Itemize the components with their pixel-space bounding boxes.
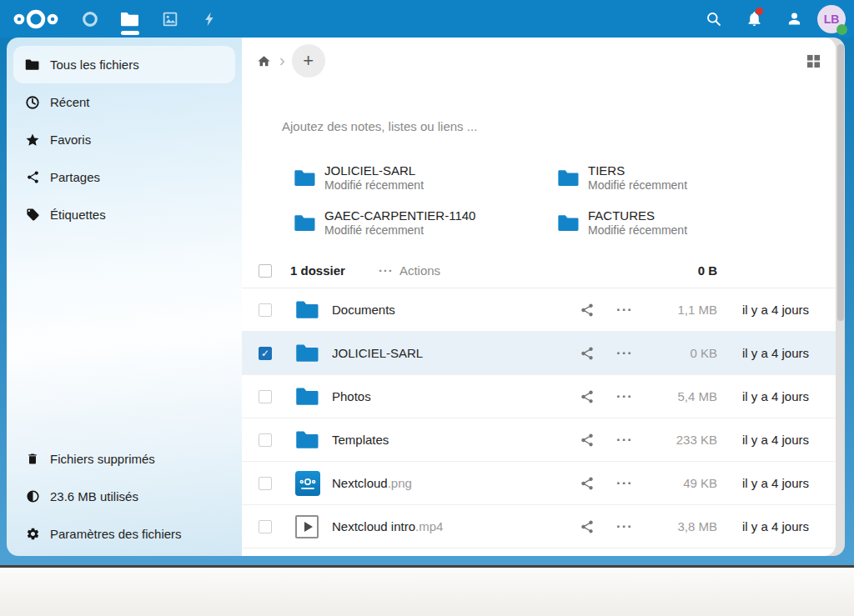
row-checkbox[interactable]: ✓ [259,347,272,360]
share-button[interactable] [569,433,605,448]
file-row[interactable]: ✓ JOLICIEL-SARL ··· 0 KB il y a 4 jours [242,332,836,375]
actions-label: Actions [399,263,440,278]
file-row[interactable]: Photos ··· 5,4 MB il y a 4 jours [242,375,836,418]
quota-icon [25,489,40,504]
chevron-right-icon: › [279,51,285,70]
sidebar-item-deleted-files[interactable]: Fichiers supprimés [13,440,235,478]
row-checkbox[interactable] [259,520,272,533]
photos-app-icon[interactable] [150,0,190,38]
recent-folder-name: GAEC-CARPENTIER-1140 [324,208,475,223]
file-row[interactable]: Nextcloud intro.mp4 ··· 3,8 MB il y a 4 … [242,505,836,548]
file-size: 0 KB [644,346,717,360]
file-list: Documents ··· 1,1 MB il y a 4 jours ✓ JO… [242,288,836,548]
recent-folder[interactable]: TIERS Modifié récemment [557,157,821,198]
file-row[interactable]: Documents ··· 1,1 MB il y a 4 jours [242,288,836,332]
more-actions-button[interactable]: ··· [605,518,644,535]
more-actions-button[interactable]: ··· [605,302,644,318]
file-list-header: 1 dossier ··· Actions 0 B [242,253,836,288]
sidebar-item-shares[interactable]: Partages [13,158,235,196]
app-menu [70,0,230,38]
notes-placeholder[interactable]: Ajoutez des notes, listes ou liens ... [242,119,836,133]
sidebar-item-quota[interactable]: 23.6 MB utilisés [13,478,235,515]
select-all-checkbox[interactable] [259,264,272,278]
folder-icon[interactable] [295,429,320,450]
folder-icon [25,58,40,73]
folder-icon[interactable] [295,343,320,363]
trash-icon [25,452,40,467]
file-name: Photos [332,389,371,403]
file-name: JOLICIEL-SARL [332,346,423,360]
home-icon[interactable] [257,54,271,68]
folder-icon[interactable] [295,386,320,407]
sidebar-item-label: Récent [50,95,90,109]
share-button[interactable] [569,346,605,361]
sidebar-footer: Fichiers supprimés 23.6 MB utilisés Para… [13,440,235,553]
screen: LB Tous les fichiers Récent Favoris Part… [0,0,854,616]
avatar[interactable]: LB [817,5,846,33]
status-online-dot [836,24,847,35]
file-modified: il y a 4 jours [717,346,836,360]
folder-icon [294,213,317,233]
file-name: Documents [332,303,395,317]
image-thumbnail[interactable] [295,471,320,496]
file-row[interactable]: Nextcloud.png ··· 49 KB il y a 4 jours [242,462,836,505]
folder-icon [557,213,580,233]
folder-count[interactable]: 1 dossier [290,263,345,278]
contacts-icon[interactable] [774,0,814,38]
recent-folder[interactable]: JOLICIEL-SARL Modifié récemment [294,157,557,198]
sidebar-item-label: Fichiers supprimés [50,452,155,466]
row-checkbox[interactable] [259,477,272,490]
sidebar-item-recent[interactable]: Récent [13,83,235,121]
nextcloud-logo-icon[interactable] [12,8,60,31]
new-file-button[interactable]: + [292,44,325,78]
row-checkbox[interactable] [259,390,272,403]
sidebar-item-files-settings[interactable]: Paramètres des fichiers [13,515,235,553]
sidebar-item-label: Favoris [50,133,91,147]
grid-view-toggle-icon[interactable] [806,54,821,68]
recent-folder-status: Modifié récemment [588,223,687,237]
file-modified: il y a 4 jours [717,433,836,447]
sidebar-item-tags[interactable]: Étiquettes [13,196,235,233]
recent-folder-status: Modifié récemment [324,223,475,237]
file-modified: il y a 4 jours [717,389,836,403]
recent-folder-status: Modifié récemment [588,178,687,192]
more-icon: ··· [379,263,394,278]
recent-folder-name: TIERS [588,163,687,178]
sidebar: Tous les fichiers Récent Favoris Partage… [7,38,242,556]
dashboard-app-icon[interactable] [70,0,110,38]
activity-app-icon[interactable] [190,0,230,38]
breadcrumb: › + [242,41,836,81]
scrollbar-thumb[interactable] [837,44,844,321]
topbar: LB [0,0,854,38]
share-button[interactable] [569,389,605,404]
video-play-icon[interactable] [295,515,320,538]
more-actions-button[interactable]: ··· [605,432,644,448]
actions-menu-button[interactable]: ··· Actions [379,263,440,278]
more-actions-button[interactable]: ··· [605,475,644,492]
recent-folders: JOLICIEL-SARL Modifié récemment TIERS Mo… [294,157,836,243]
notifications-bell-icon[interactable] [734,0,774,38]
file-name: Nextcloud intro [332,519,415,533]
row-checkbox[interactable] [259,303,272,317]
file-modified: il y a 4 jours [717,519,836,533]
sidebar-item-label: Tous les fichiers [50,58,139,72]
file-name: Templates [332,433,389,447]
file-row[interactable]: Templates ··· 233 KB il y a 4 jours [242,418,836,462]
more-actions-button[interactable]: ··· [605,345,644,362]
recent-folder[interactable]: FACTURES Modifié récemment [557,202,821,243]
share-button[interactable] [569,519,605,534]
share-button[interactable] [569,303,605,318]
recent-folder[interactable]: GAEC-CARPENTIER-1140 Modifié récemment [294,202,557,243]
files-app-icon[interactable] [110,0,150,38]
star-icon [25,133,40,148]
share-button[interactable] [569,476,605,491]
recent-folder-status: Modifié récemment [324,178,424,192]
sidebar-item-favorites[interactable]: Favoris [13,121,235,158]
folder-icon[interactable] [295,299,320,320]
topbar-right: LB [694,0,854,38]
sidebar-item-all-files[interactable]: Tous les fichiers [13,46,235,83]
row-checkbox[interactable] [259,433,272,447]
file-size: 3,8 MB [644,519,717,533]
search-icon[interactable] [694,0,734,38]
more-actions-button[interactable]: ··· [605,388,644,405]
